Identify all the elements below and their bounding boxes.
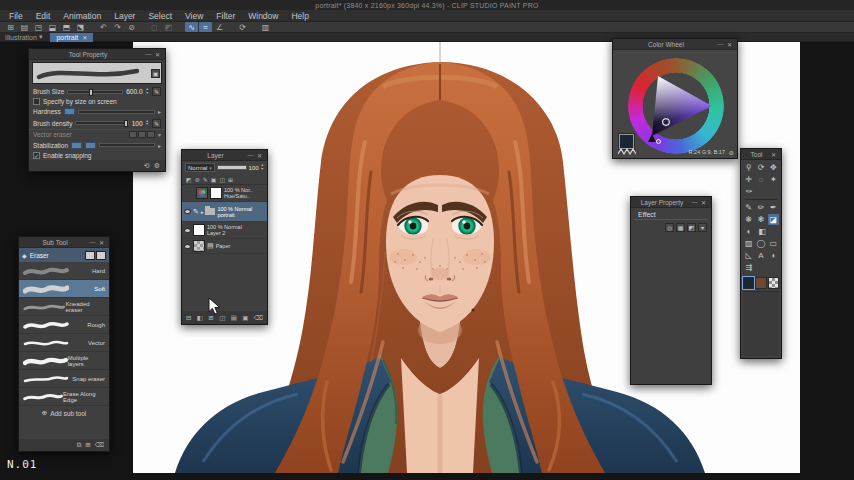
menu-view[interactable]: View (185, 11, 203, 21)
snap-to-ruler-icon[interactable]: ∿ (185, 22, 198, 32)
auto-select-tool-icon[interactable]: ✦ (768, 174, 779, 185)
vector-eraser-mode-3-icon[interactable] (147, 131, 155, 138)
enable-snapping-row[interactable]: ✓ Enable snapping (29, 151, 165, 160)
delete-sub-tool-icon[interactable]: ⌫ (95, 441, 104, 449)
hardness-expand-icon[interactable]: ▸ (158, 108, 161, 115)
sub-tool-item-soft[interactable]: Soft (19, 280, 109, 298)
close-icon[interactable]: ✕ (725, 41, 734, 48)
flow-tool-icon[interactable]: ⇶ (743, 262, 755, 273)
main-color-swatch[interactable] (743, 277, 754, 289)
brush-tool-icon[interactable]: ✒ (768, 202, 779, 213)
decoration-tool-icon[interactable]: ❃ (755, 214, 766, 225)
hardness-slider[interactable] (78, 110, 155, 114)
sub-color-swatch[interactable] (755, 277, 766, 289)
tab-close-icon[interactable]: ✕ (82, 34, 87, 41)
new-folder-icon[interactable]: ◧ (197, 314, 203, 322)
undo-icon[interactable]: ↶ (97, 22, 110, 32)
wave-mode-icon[interactable] (618, 148, 636, 155)
brush-size-value[interactable]: 600.0 (126, 88, 142, 95)
move-tool-icon[interactable]: ✛ (743, 174, 754, 185)
eyedropper-tool-icon[interactable]: ✑ (743, 186, 755, 197)
reset-settings-icon[interactable]: ⟲ (144, 162, 150, 170)
close-icon[interactable]: ✕ (153, 51, 162, 58)
pencil-tool-icon[interactable]: ✏ (755, 202, 766, 213)
blend-mode-select[interactable]: Normal ▾ (185, 163, 215, 172)
pen-tool-icon[interactable]: ✎ (743, 202, 754, 213)
palette-icon[interactable]: ⊞ (228, 176, 233, 183)
minimize-icon[interactable]: — (144, 51, 153, 57)
lock-icon[interactable]: ▣ (151, 69, 160, 78)
hardness-indicator[interactable] (64, 108, 75, 115)
brush-density-stepper[interactable]: ▲▼ (146, 120, 149, 127)
transparent-color-swatch[interactable] (768, 277, 779, 289)
clip-layer-icon[interactable]: ◩ (186, 176, 192, 183)
sub-tool-titlebar[interactable]: Sub Tool — ✕ (19, 237, 109, 248)
visibility-icon[interactable] (184, 209, 191, 214)
eraser-tool-icon[interactable]: ◪ (768, 214, 779, 225)
copy-sub-tool-icon[interactable]: ⧉ (77, 441, 82, 449)
brush-density-dynamics-icon[interactable]: ✎ (152, 119, 161, 128)
apply-mask-icon[interactable]: ▣ (242, 314, 248, 322)
layer-panel-titlebar[interactable]: Layer — ✕ (182, 150, 267, 161)
enable-snapping-checkbox[interactable]: ✓ (33, 152, 40, 159)
close-icon[interactable]: ✕ (255, 152, 264, 159)
invert-selection-icon[interactable]: ◩ (162, 22, 175, 32)
rotate-canvas-tool-icon[interactable]: ⟳ (755, 162, 766, 173)
blend-tool-icon[interactable]: ◐ (743, 226, 755, 237)
close-icon[interactable]: ✕ (769, 151, 778, 158)
minimize-icon[interactable]: — (690, 199, 699, 205)
specify-size-checkbox[interactable] (33, 98, 40, 105)
stabilization-slider[interactable] (99, 143, 155, 147)
save-icon[interactable]: ⬓ (46, 22, 59, 32)
airbrush-tool-icon[interactable]: ❋ (743, 214, 754, 225)
lock-pixels-icon[interactable]: ✎ (203, 176, 208, 183)
material-icon[interactable]: ▥ (259, 22, 272, 32)
stabilization-expand-icon[interactable]: ▸ (158, 142, 161, 149)
new-layer-icon[interactable]: ⊟ (186, 314, 191, 322)
opacity-slider[interactable] (217, 165, 247, 170)
rotate-view-icon[interactable]: ⟳ (236, 22, 249, 32)
close-icon[interactable]: ✕ (699, 199, 708, 206)
border-effect-icon[interactable]: ◎ (665, 223, 674, 232)
zoom-tool-icon[interactable]: ⚲ (743, 162, 754, 173)
minimize-icon[interactable]: — (716, 41, 725, 47)
layer-mask-icon[interactable]: ▤ (231, 314, 237, 322)
sub-tool-item-multiple-layers[interactable]: Multiple layers (19, 352, 109, 370)
app-grid-icon[interactable]: ⊞ (4, 22, 17, 32)
frame-tool-icon[interactable]: ▭ (768, 238, 779, 249)
gear-icon[interactable]: ⚙ (729, 149, 734, 156)
balloon-tool-icon[interactable]: ◖ (768, 250, 779, 261)
add-sub-tool-button[interactable]: ⊕ Add sub tool (19, 406, 109, 420)
layer-row-paper[interactable]: ▤ Paper (182, 239, 267, 254)
menu-window[interactable]: Window (248, 11, 278, 21)
ruler-tool-icon[interactable]: ◺ (743, 250, 754, 261)
menu-select[interactable]: Select (148, 11, 172, 21)
vector-eraser-mode-2-icon[interactable] (138, 131, 146, 138)
vector-eraser-mode-1-icon[interactable] (129, 131, 137, 138)
close-icon[interactable]: ✕ (97, 239, 106, 246)
menu-filter[interactable]: Filter (216, 11, 235, 21)
ruler-icon[interactable]: ◫ (219, 176, 225, 183)
opacity-stepper[interactable]: ▲▼ (261, 164, 264, 171)
sub-tool-item-vector[interactable]: Vector (19, 334, 109, 352)
sub-tool-item-kneaded-eraser[interactable]: Kneaded eraser (19, 298, 109, 316)
new-file-icon[interactable]: ▤ (18, 22, 31, 32)
text-tool-icon[interactable]: A (755, 250, 766, 261)
lock-layer-icon[interactable]: ⊘ (195, 176, 200, 183)
layer-row-portrait[interactable]: ✎ ▸ 100 % Normal portrait (182, 202, 267, 222)
sub-tool-item-rough[interactable]: Rough (19, 316, 109, 334)
menu-layer[interactable]: Layer (114, 11, 135, 21)
tab-portrait[interactable]: portrait ✕ (50, 33, 93, 42)
tool-panel-titlebar[interactable]: Tool ✕ (741, 149, 781, 160)
merge-icon[interactable]: ◫ (219, 314, 225, 322)
open-file-icon[interactable]: ◳ (32, 22, 45, 32)
brush-density-value[interactable]: 100 (132, 120, 143, 127)
layer-row-layer2[interactable]: 100 % Normal Layer 2 (182, 222, 267, 239)
menu-edit[interactable]: Edit (36, 11, 51, 21)
more-effects-icon[interactable]: ▾ (698, 223, 707, 232)
brush-size-stepper[interactable]: ▲▼ (146, 88, 149, 95)
hue-marker[interactable] (656, 139, 661, 144)
visibility-icon[interactable] (184, 244, 191, 249)
minimize-icon[interactable]: — (246, 152, 255, 158)
sv-triangle[interactable] (628, 58, 724, 154)
